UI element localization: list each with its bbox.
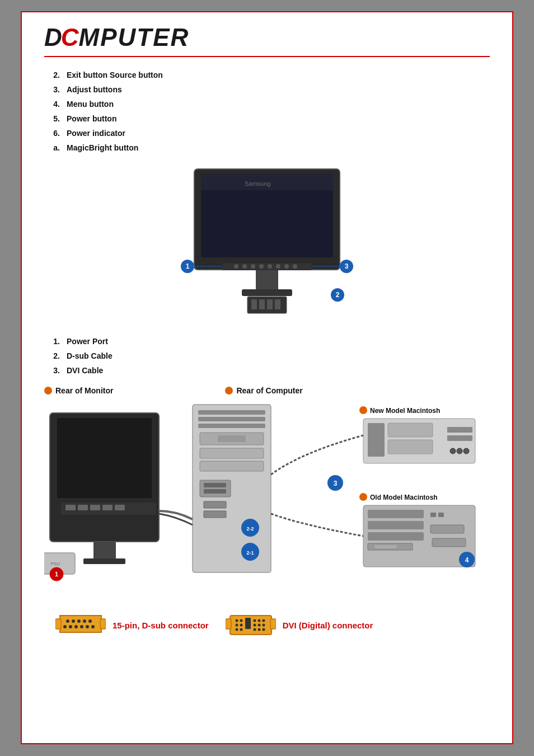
svg-point-14 [293,264,297,269]
svg-point-111 [257,619,260,622]
list-num: 4. [44,100,60,109]
list-item: 2. Exit button Source button [44,71,490,79]
list-text: Exit button Source button [67,71,163,79]
dvi-connector-item: DVI (Digital) connector [226,611,373,639]
list-num: 3. [44,85,60,94]
svg-point-69 [450,448,456,454]
connection-illustration: PSU 1 [44,402,503,592]
svg-rect-87 [55,619,61,629]
svg-rect-25 [259,299,265,309]
svg-rect-26 [267,299,273,309]
svg-rect-49 [200,461,264,471]
rear-labels-row: Rear of Monitor Rear of Computer [44,386,490,400]
svg-text:1: 1 [55,571,58,577]
list-text: Power button [67,114,116,123]
svg-point-71 [463,448,469,454]
svg-point-114 [257,624,260,627]
dsub-connector-icon [55,611,106,639]
list-item: 6. Power indicator [44,129,490,138]
svg-rect-83 [432,538,466,547]
svg-text:New Model Macintosh: New Model Macintosh [370,407,440,415]
svg-point-117 [257,628,260,631]
logo: D C MPUTER [44,24,189,51]
svg-point-72 [359,493,367,501]
svg-rect-37 [115,505,125,510]
svg-rect-5 [242,289,292,296]
svg-point-116 [253,628,256,631]
svg-point-112 [262,619,265,622]
logo-rest: MPUTER [79,24,190,51]
svg-point-9 [251,264,255,269]
svg-point-108 [235,628,238,631]
svg-point-97 [80,625,83,628]
svg-rect-33 [65,505,76,510]
svg-point-61 [359,406,367,414]
svg-rect-51 [204,483,226,487]
svg-rect-52 [204,489,226,494]
dsub-connector-item: 15-pin, D-sub connector [55,611,209,639]
list-text: Power indicator [67,129,125,138]
svg-point-98 [86,625,89,628]
svg-rect-30 [93,542,116,558]
svg-point-106 [235,624,238,627]
svg-rect-81 [438,513,444,517]
monitor-illustration: Samsung 1 3 [161,163,373,326]
svg-point-10 [259,264,264,269]
svg-rect-27 [275,299,280,309]
list-num: 3. [44,366,60,375]
svg-rect-77 [368,532,424,541]
connector-section: 15-pin, D-sub connector [44,605,490,645]
header: D C MPUTER [44,24,490,57]
svg-text:3: 3 [334,480,338,487]
svg-rect-24 [251,299,257,309]
dsub-label: 15-pin, D-sub connector [113,621,209,630]
svg-rect-66 [388,440,433,454]
svg-rect-3 [201,173,333,190]
svg-point-104 [235,619,238,622]
svg-text:2-2: 2-2 [246,526,254,532]
svg-point-96 [74,625,78,628]
list-text: Power Port [67,337,108,346]
svg-text:3: 3 [345,262,349,270]
monitor-diagram: Samsung 1 3 [44,163,490,326]
svg-rect-43 [198,410,265,415]
svg-rect-54 [204,511,226,518]
svg-point-109 [240,628,242,631]
list-num: 2. [44,351,60,360]
svg-rect-79 [374,545,397,548]
svg-point-13 [284,264,289,269]
list-item: 5. Power button [44,114,490,123]
list-num: 1. [44,337,60,346]
svg-rect-67 [447,427,472,433]
list-item: 4. Menu button [44,100,490,109]
list-item: 2. D-sub Cable [44,351,490,360]
dvi-label: DVI (Digital) connector [283,621,373,630]
svg-point-92 [83,619,86,623]
rear-of-computer-label: Rear of Computer [225,386,302,395]
svg-rect-103 [245,618,251,629]
svg-point-107 [240,624,242,627]
svg-text:Old Model Macintosh: Old Model Macintosh [370,494,438,501]
svg-rect-29 [57,417,152,499]
svg-point-90 [72,619,75,623]
list-num: 5. [44,114,60,123]
logo-c: C [61,24,79,51]
list-text: MagicBright button [67,143,138,152]
svg-rect-31 [83,558,125,564]
port-list: 1. Power Port 2. D-sub Cable 3. DVI Cabl… [44,337,490,375]
svg-point-94 [63,625,67,628]
svg-rect-65 [388,423,433,437]
svg-rect-76 [368,521,424,529]
svg-rect-75 [368,510,424,518]
svg-marker-86 [60,616,101,632]
svg-point-89 [66,619,69,623]
svg-rect-45 [198,424,265,428]
svg-rect-34 [78,505,88,510]
list-num: 2. [44,71,60,79]
list-item: 3. DVI Cable [44,366,490,375]
svg-rect-101 [226,619,231,629]
svg-point-113 [253,624,256,627]
orange-dot-icon [225,387,233,395]
svg-rect-88 [100,619,106,629]
svg-rect-68 [447,435,472,441]
